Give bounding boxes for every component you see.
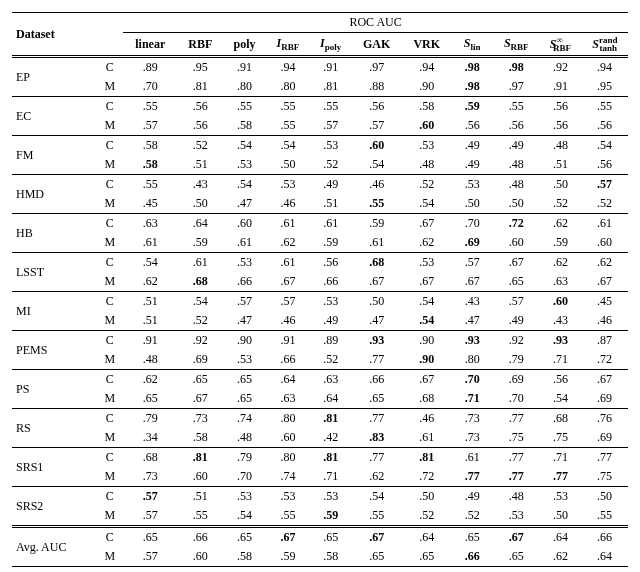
value-cell: .77 — [351, 409, 401, 429]
value-cell: .57 — [223, 292, 266, 312]
value-cell: .73 — [451, 409, 492, 429]
value-cell: 9.9 — [402, 567, 452, 572]
dataset-label: Avg. AUC — [12, 527, 96, 567]
row-type: M — [96, 428, 123, 448]
row-type: M — [96, 155, 123, 175]
value-cell: .48 — [223, 428, 266, 448]
value-cell: .63 — [266, 389, 310, 409]
value-cell: .54 — [402, 311, 452, 331]
value-cell: .65 — [351, 547, 401, 567]
value-cell: .81 — [310, 448, 352, 468]
value-cell: .55 — [266, 116, 310, 136]
value-cell: .60 — [493, 233, 540, 253]
value-cell: .49 — [310, 311, 352, 331]
value-cell: .81 — [402, 448, 452, 468]
value-cell: .53 — [223, 155, 266, 175]
value-cell: .66 — [177, 527, 223, 548]
dataset-label: PEMS — [12, 331, 96, 370]
value-cell: .75 — [493, 428, 540, 448]
row-type: C — [96, 409, 123, 429]
row-type: C — [96, 175, 123, 195]
value-cell: .59 — [310, 233, 352, 253]
value-cell: .60 — [266, 428, 310, 448]
value-cell: .69 — [451, 233, 492, 253]
value-cell: .53 — [266, 175, 310, 195]
col-header-S_RBF_inf: S∞RBF — [540, 33, 582, 57]
value-cell: .66 — [266, 350, 310, 370]
value-cell: .71 — [451, 389, 492, 409]
col-header-linear: linear — [123, 33, 177, 57]
col-header-S_RBF: SRBF — [493, 33, 540, 57]
value-cell: .95 — [177, 57, 223, 78]
dataset-label: EP — [12, 57, 96, 97]
value-cell: .61 — [581, 214, 628, 234]
value-cell: .63 — [123, 214, 177, 234]
value-cell: .54 — [581, 136, 628, 156]
value-cell: .48 — [493, 155, 540, 175]
row-type: M — [96, 547, 123, 567]
value-cell: .55 — [123, 97, 177, 117]
value-cell: .61 — [266, 214, 310, 234]
value-cell: .43 — [177, 175, 223, 195]
value-cell: .53 — [223, 350, 266, 370]
value-cell: .72 — [493, 214, 540, 234]
value-cell: .64 — [177, 214, 223, 234]
value-cell: .70 — [451, 370, 492, 390]
value-cell: .81 — [310, 77, 352, 97]
value-cell: .53 — [310, 136, 352, 156]
row-type: C — [96, 567, 123, 572]
value-cell: .59 — [540, 233, 582, 253]
row-type: C — [96, 331, 123, 351]
value-cell: .50 — [402, 487, 452, 507]
value-cell: .72 — [402, 467, 452, 487]
value-cell: .57 — [581, 175, 628, 195]
col-header-RBF: RBF — [177, 33, 223, 57]
value-cell: .55 — [351, 506, 401, 527]
value-cell: .58 — [223, 547, 266, 567]
value-cell: .91 — [223, 57, 266, 78]
value-cell: .55 — [266, 97, 310, 117]
value-cell: .60 — [351, 136, 401, 156]
row-type: C — [96, 292, 123, 312]
value-cell: 10.4 — [451, 567, 492, 572]
row-type: M — [96, 506, 123, 527]
value-cell: .91 — [310, 57, 352, 78]
value-cell: .94 — [266, 57, 310, 78]
value-cell: .77 — [351, 448, 401, 468]
value-cell: .45 — [123, 194, 177, 214]
value-cell: 11.8 — [310, 567, 352, 572]
col-header-GAK: GAK — [351, 33, 401, 57]
value-cell: .68 — [402, 389, 452, 409]
value-cell: .56 — [581, 116, 628, 136]
value-cell: .46 — [266, 311, 310, 331]
row-type: C — [96, 448, 123, 468]
dataset-label: SRS1 — [12, 448, 96, 487]
value-cell: 8.8 — [493, 567, 540, 572]
value-cell: .92 — [540, 57, 582, 78]
value-cell: .73 — [177, 409, 223, 429]
value-cell: .59 — [351, 214, 401, 234]
dataset-label: PS — [12, 370, 96, 409]
value-cell: .61 — [402, 428, 452, 448]
value-cell: .49 — [310, 175, 352, 195]
value-cell: .98 — [451, 77, 492, 97]
value-cell: .90 — [402, 350, 452, 370]
value-cell: .61 — [451, 448, 492, 468]
value-cell: .54 — [177, 292, 223, 312]
value-cell: .54 — [223, 506, 266, 527]
value-cell: .56 — [581, 155, 628, 175]
value-cell: .56 — [540, 97, 582, 117]
value-cell: .67 — [402, 214, 452, 234]
value-cell: .57 — [310, 116, 352, 136]
value-cell: .54 — [402, 292, 452, 312]
value-cell: .56 — [310, 253, 352, 273]
value-cell: .51 — [123, 311, 177, 331]
value-cell: .50 — [540, 506, 582, 527]
value-cell: .62 — [540, 547, 582, 567]
value-cell: .97 — [351, 57, 401, 78]
value-cell: .50 — [266, 155, 310, 175]
value-cell: 11.0 — [123, 567, 177, 572]
value-cell: .61 — [310, 214, 352, 234]
value-cell: .64 — [581, 547, 628, 567]
value-cell: .67 — [402, 272, 452, 292]
